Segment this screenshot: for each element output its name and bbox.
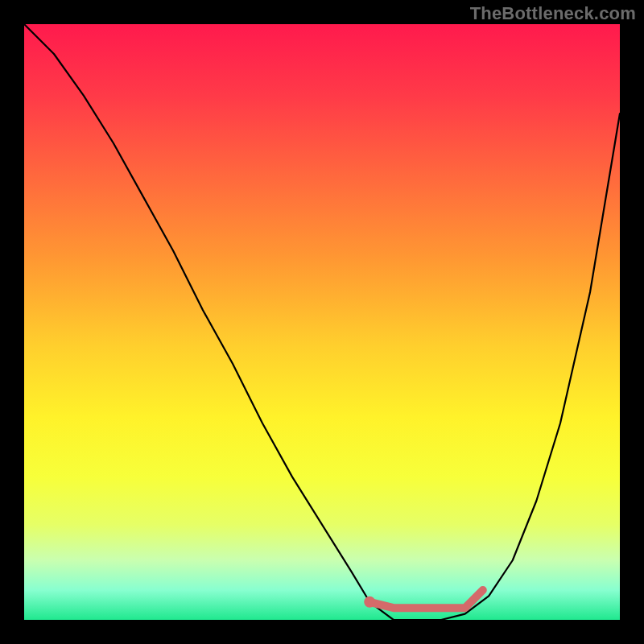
watermark-text: TheBottleneck.com: [470, 3, 636, 24]
marker-dot: [364, 597, 375, 608]
highlight-segment: [369, 590, 483, 608]
chart-svg: [24, 24, 620, 620]
plot-area: [24, 24, 620, 620]
chart-frame: TheBottleneck.com: [0, 0, 644, 644]
curve-line: [24, 24, 620, 620]
